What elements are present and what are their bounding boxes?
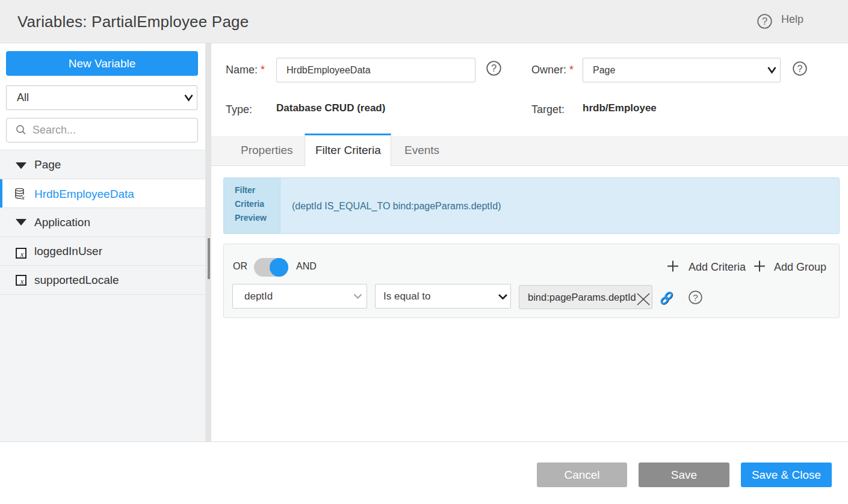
svg-text:x: x — [20, 250, 24, 259]
svg-text:?: ? — [491, 63, 497, 73]
svg-text:?: ? — [693, 292, 698, 303]
svg-text:?: ? — [797, 64, 803, 74]
svg-text:?: ? — [762, 16, 767, 26]
svg-text:x: x — [20, 277, 24, 286]
svg-text:x: x — [21, 194, 25, 200]
